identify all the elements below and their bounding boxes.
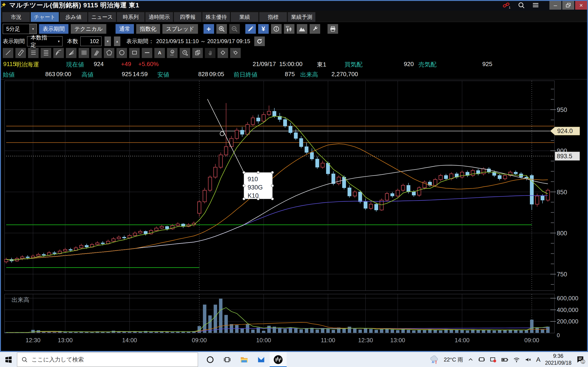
yen-button[interactable]: ¥ — [258, 24, 269, 34]
draw-tool-ellipse[interactable] — [116, 48, 127, 58]
draw-tool-text[interactable]: A — [154, 48, 165, 58]
draw-tool-fib-arc[interactable] — [53, 48, 64, 58]
change-value: +49 — [121, 60, 131, 68]
price-volume-chart[interactable]: 950900850800750600,000400,000200,000012:… — [0, 80, 588, 367]
selection-handle[interactable] — [243, 184, 245, 187]
display-period-button[interactable]: 表示期間 — [39, 24, 69, 34]
info-button[interactable] — [271, 24, 282, 34]
tab-yutai[interactable]: 株主優待 — [202, 12, 230, 22]
settings-button[interactable] — [310, 24, 320, 34]
svg-text:12:30: 12:30 — [358, 337, 373, 344]
quote-row-2: 始値86309:00高値92514:59安値82809:05前日終値875出来高… — [0, 69, 588, 79]
draw-tool-vlines[interactable] — [78, 48, 89, 58]
draw-tool-hand[interactable] — [205, 48, 216, 58]
draw-tool-ruler[interactable] — [15, 48, 26, 58]
crosshair-button[interactable]: + — [204, 24, 214, 34]
draw-tool-eraser-text[interactable]: A — [230, 48, 241, 58]
spread-button[interactable]: スプレッド — [162, 24, 198, 34]
count-up-button[interactable]: ▲ — [114, 36, 120, 46]
battery-icon[interactable] — [501, 356, 509, 363]
draw-tool-fan-lines[interactable] — [66, 48, 77, 58]
selection-handle[interactable] — [243, 171, 245, 174]
tab-chart[interactable]: チャート — [31, 12, 59, 22]
tab-gyoseki[interactable]: 業績 — [231, 12, 258, 22]
ime-indicator[interactable]: A — [536, 356, 540, 363]
tab-yosoku[interactable]: 業績予測 — [288, 12, 315, 22]
interval-dropdown[interactable]: 5分足 ▼ — [3, 24, 37, 34]
selection-handle[interactable] — [271, 184, 274, 187]
tab-ayumine[interactable]: 歩み値 — [60, 12, 87, 22]
tab-tekijikaiji[interactable]: 適時開示 — [145, 12, 173, 22]
period-label: 表示期間 — [3, 38, 25, 45]
taskbar: ここに入力して検索 ! 22°C 雨 A 9:36 2021/09/18 1 — [0, 352, 588, 367]
menu-icon[interactable] — [532, 2, 539, 9]
technical-button[interactable]: テクニカル — [71, 24, 106, 34]
tab-news[interactable]: ニュース — [88, 12, 116, 22]
draw-button[interactable] — [245, 24, 256, 34]
draw-tool-icon-stamp[interactable]: icon — [167, 48, 178, 58]
print-button[interactable] — [328, 24, 338, 34]
tab-shihyo[interactable]: 指標 — [259, 12, 287, 22]
draw-tool-time-cycle[interactable] — [180, 48, 190, 58]
mail-button[interactable] — [253, 352, 270, 367]
draw-tool-trendline[interactable] — [3, 48, 13, 58]
draw-tool-eraser[interactable] — [217, 48, 228, 58]
file-explorer-button[interactable] — [236, 352, 253, 367]
notification-icon[interactable]: 1 — [576, 355, 585, 364]
restore-button[interactable] — [562, 1, 574, 10]
reload-button[interactable] — [254, 36, 265, 46]
wifi-icon[interactable] — [513, 356, 520, 363]
svg-text:出来高: 出来高 — [11, 296, 29, 303]
task-view-button[interactable] — [219, 352, 236, 367]
chart-app-icon — [273, 355, 283, 365]
screen-record-icon[interactable] — [490, 356, 497, 363]
my-chart-button[interactable]: MY — [284, 24, 294, 34]
draw-tool-pitchfork[interactable] — [91, 48, 102, 58]
link-icon[interactable]: 1 — [502, 2, 511, 9]
draw-tool-hlines-4[interactable] — [41, 48, 51, 58]
selection-handle[interactable] — [257, 171, 259, 174]
taskbar-clock[interactable]: 9:36 2021/09/18 — [545, 353, 571, 367]
task-view-icon — [224, 356, 231, 363]
draw-tool-rectangle[interactable] — [129, 48, 140, 58]
tab-shikiho[interactable]: 四季報 — [174, 12, 201, 22]
vlines-icon — [81, 50, 87, 57]
high-label: 高値 — [82, 71, 94, 79]
indexed-button[interactable]: 指数化 — [136, 24, 160, 34]
count-down-button[interactable]: ▼ — [104, 36, 111, 46]
volume-muted-icon[interactable] — [525, 356, 531, 363]
taskbar-search-input[interactable]: ここに入力して検索 — [17, 352, 198, 367]
svg-text:924.0: 924.0 — [557, 127, 573, 134]
minimize-button[interactable]: – — [549, 1, 561, 10]
draw-tool-copy[interactable] — [192, 48, 203, 58]
tab-jikeiretsu[interactable]: 時系列 — [117, 12, 145, 22]
draw-tool-pentagon[interactable] — [104, 48, 114, 58]
selection-handle[interactable] — [243, 198, 245, 200]
period-mode-dropdown[interactable]: 本数指定 ▼ — [27, 36, 62, 46]
normal-button[interactable]: 通常 — [115, 24, 134, 34]
chevron-up-icon[interactable] — [468, 357, 474, 363]
tab-bar: 市況チャート歩み値ニュース時系列適時開示四季報株主優待業績指標業績予測 — [0, 10, 588, 22]
selection-handle[interactable] — [271, 171, 274, 174]
weather-icon[interactable]: ! — [430, 355, 439, 365]
close-button[interactable]: × — [575, 1, 587, 10]
bar-count-input[interactable]: 102 — [80, 36, 102, 46]
svg-text:0: 0 — [557, 332, 560, 338]
title-bar: マルチツール(個別銘柄) 9115 明治海運 東1 1 – × — [0, 0, 588, 10]
zoom-in-button[interactable] — [216, 24, 227, 34]
selection-handle[interactable] — [271, 198, 274, 200]
svg-text:13:00: 13:00 — [390, 337, 405, 344]
cortana-button[interactable] — [202, 352, 219, 367]
draw-tool-hline-segment[interactable] — [142, 48, 152, 58]
selection-handle[interactable] — [257, 198, 259, 200]
display-icon[interactable] — [478, 356, 485, 363]
market: 東1 — [317, 60, 326, 69]
weather-text[interactable]: 22°C 雨 — [444, 356, 463, 363]
taskbar-chart-app-button[interactable] — [270, 352, 287, 367]
chart-style-button[interactable] — [297, 24, 307, 34]
search-icon[interactable] — [518, 2, 525, 9]
text-icon: A — [157, 50, 163, 57]
tab-shikyo[interactable]: 市況 — [2, 12, 30, 22]
draw-tool-hlines-3[interactable] — [28, 48, 39, 58]
start-button[interactable] — [0, 352, 17, 367]
